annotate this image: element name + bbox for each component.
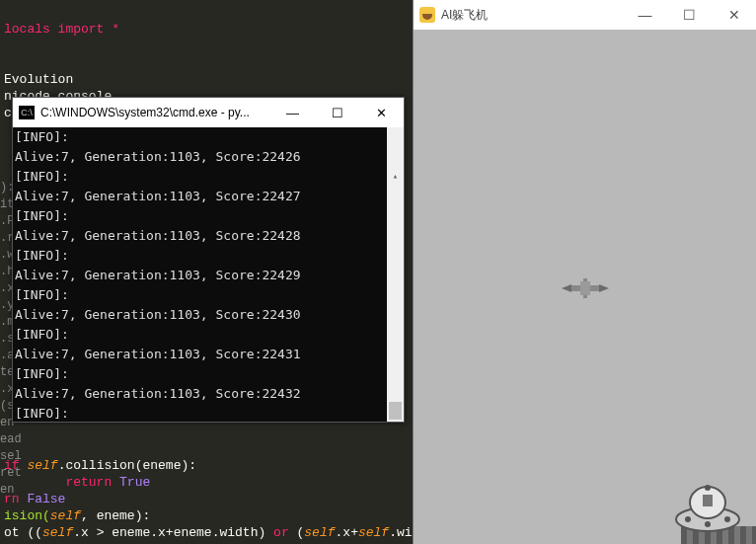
cmd-icon: C:\ [19, 106, 35, 119]
game-title: AI躲飞机 [441, 7, 623, 24]
game-close-button[interactable]: ✕ [712, 0, 756, 30]
cmd-line: [INFO]: [15, 246, 402, 266]
cmd-line: [INFO]: [15, 404, 402, 422]
game-titlebar[interactable]: AI躲飞机 — ☐ ✕ [414, 0, 756, 30]
svg-rect-4 [580, 281, 590, 295]
scroll-up-arrow[interactable]: ▴ [387, 167, 404, 184]
cmd-line: Alive:7, Generation:1103, Score:22431 [15, 345, 402, 364]
cmd-line: [INFO]: [15, 127, 402, 147]
cmd-line: Alive:7, Generation:1103, Score:22426 [15, 147, 402, 167]
cmd-output-area[interactable]: [INFO]:Alive:7, Generation:1103, Score:2… [13, 127, 404, 422]
cmd-line: Alive:7, Generation:1103, Score:22428 [15, 226, 402, 246]
cmd-line: Alive:7, Generation:1103, Score:22430 [15, 305, 402, 325]
cmd-line: [INFO]: [15, 325, 402, 345]
cmd-line: Alive:7, Generation:1103, Score:22432 [15, 384, 402, 404]
cmd-line: [INFO]: [15, 206, 402, 226]
ufo-enemy-icon [673, 475, 742, 536]
cmd-line: [INFO]: [15, 285, 402, 305]
game-app-icon [419, 7, 435, 23]
cmd-line: [INFO]: [15, 364, 402, 384]
svg-point-11 [724, 516, 730, 522]
minimize-button[interactable]: — [270, 98, 315, 127]
svg-marker-0 [562, 284, 571, 292]
svg-rect-7 [703, 495, 713, 506]
maximize-button[interactable]: ☐ [315, 98, 359, 127]
game-canvas[interactable] [414, 30, 756, 544]
svg-marker-1 [599, 284, 609, 292]
svg-point-9 [685, 516, 691, 522]
cmd-line: [INFO]: [15, 167, 402, 187]
game-minimize-button[interactable]: — [623, 0, 667, 30]
player-plane-icon [562, 276, 609, 300]
cmd-line: Alive:7, Generation:1103, Score:22429 [15, 266, 402, 285]
cmd-titlebar[interactable]: C:\ C:\WINDOWS\system32\cmd.exe - py... … [13, 98, 404, 127]
cmd-window[interactable]: C:\ C:\WINDOWS\system32\cmd.exe - py... … [12, 97, 405, 423]
cmd-line: Alive:7, Generation:1103, Score:22427 [15, 187, 402, 206]
cmd-scrollbar[interactable]: ▴ ▾ [387, 127, 404, 422]
svg-point-8 [705, 485, 711, 491]
close-button[interactable]: ✕ [359, 98, 404, 127]
svg-point-10 [705, 521, 711, 527]
game-maximize-button[interactable]: ☐ [667, 0, 712, 30]
game-window[interactable]: AI躲飞机 — ☐ ✕ [413, 0, 756, 544]
cmd-title: C:\WINDOWS\system32\cmd.exe - py... [40, 106, 270, 119]
scroll-down-arrow[interactable]: ▾ [387, 405, 404, 422]
